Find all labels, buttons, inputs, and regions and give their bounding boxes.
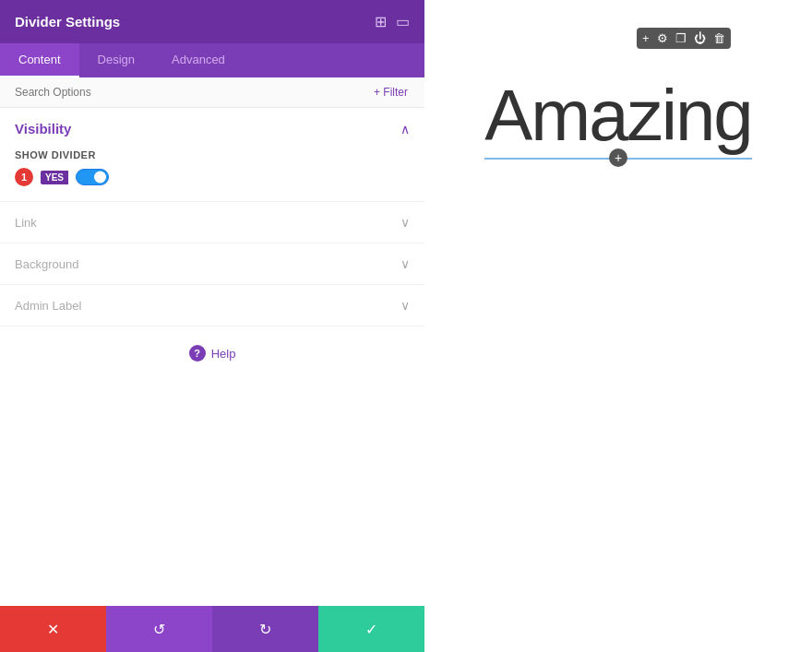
- admin-label-section: Admin Label ∨: [0, 285, 424, 326]
- background-section: Background ∨: [0, 243, 424, 285]
- help-label: Help: [211, 347, 236, 361]
- header-icons: ⊞ ▭: [375, 13, 410, 30]
- background-title: Background: [15, 257, 78, 271]
- help-button[interactable]: ? Help: [189, 345, 236, 362]
- canvas-area: + ⚙ ❐ ⏻ 🗑 Amazing +: [424, 0, 812, 652]
- step-badge: 1: [15, 168, 33, 186]
- toggle-row: 1 YES: [15, 168, 410, 186]
- link-section-header[interactable]: Link ∨: [0, 202, 424, 243]
- toolbar-delete-icon[interactable]: 🗑: [713, 31, 725, 45]
- toolbar-toggle-icon[interactable]: ⏻: [694, 31, 706, 45]
- filter-button[interactable]: + Filter: [368, 82, 413, 102]
- element-toolbar: + ⚙ ❐ ⏻ 🗑: [637, 28, 731, 49]
- link-section: Link ∨: [0, 202, 424, 243]
- toggle-knob: [94, 172, 106, 184]
- visibility-content: Show Divider 1 YES: [0, 149, 424, 201]
- visibility-chevron: ∧: [400, 122, 410, 136]
- search-input[interactable]: [11, 77, 368, 107]
- help-section: ? Help: [0, 326, 424, 380]
- redo-icon: ↻: [259, 621, 271, 638]
- settings-panel: Divider Settings ⊞ ▭ Content Design Adva…: [0, 0, 424, 652]
- collapse-icon[interactable]: ▭: [396, 13, 410, 30]
- visibility-section: Visibility ∧ Show Divider 1 YES: [0, 108, 424, 202]
- reset-icon: ↺: [153, 621, 165, 638]
- toolbar-settings-icon[interactable]: ⚙: [657, 31, 668, 45]
- tab-advanced[interactable]: Advanced: [153, 43, 244, 77]
- cancel-button[interactable]: ✕: [0, 606, 106, 652]
- background-chevron: ∨: [400, 256, 410, 271]
- save-icon: ✓: [365, 621, 377, 638]
- toolbar-duplicate-icon[interactable]: ❐: [675, 31, 687, 45]
- admin-label-title: Admin Label: [15, 299, 81, 313]
- background-section-header[interactable]: Background ∨: [0, 243, 424, 284]
- link-chevron: ∨: [400, 215, 410, 230]
- amazing-container: Amazing +: [484, 74, 751, 158]
- reset-button[interactable]: ↺: [106, 606, 212, 652]
- fullscreen-icon[interactable]: ⊞: [375, 13, 387, 30]
- search-bar: + Filter: [0, 77, 424, 108]
- link-title: Link: [15, 216, 37, 230]
- toolbar-add-icon[interactable]: +: [642, 31, 650, 45]
- add-element-icon[interactable]: +: [609, 148, 627, 167]
- visibility-section-header[interactable]: Visibility ∧: [0, 108, 424, 149]
- cancel-icon: ✕: [47, 621, 59, 638]
- panel-title: Divider Settings: [15, 14, 120, 30]
- admin-label-section-header[interactable]: Admin Label ∨: [0, 285, 424, 326]
- panel-header: Divider Settings ⊞ ▭: [0, 0, 424, 43]
- visibility-title: Visibility: [15, 121, 71, 136]
- admin-label-chevron: ∨: [400, 298, 410, 313]
- tab-design[interactable]: Design: [79, 43, 153, 77]
- show-divider-toggle[interactable]: [76, 169, 109, 185]
- bottom-bar: ✕ ↺ ↻ ✓: [0, 606, 424, 652]
- amazing-text: Amazing: [484, 75, 751, 156]
- toggle-yes-label: YES: [41, 171, 68, 184]
- tab-content[interactable]: Content: [0, 43, 79, 77]
- help-icon: ?: [189, 345, 206, 362]
- tab-bar: Content Design Advanced: [0, 43, 424, 77]
- redo-button[interactable]: ↻: [212, 606, 318, 652]
- show-divider-label: Show Divider: [15, 149, 410, 160]
- panel-content: Visibility ∧ Show Divider 1 YES Link ∨: [0, 108, 424, 606]
- save-button[interactable]: ✓: [318, 606, 424, 652]
